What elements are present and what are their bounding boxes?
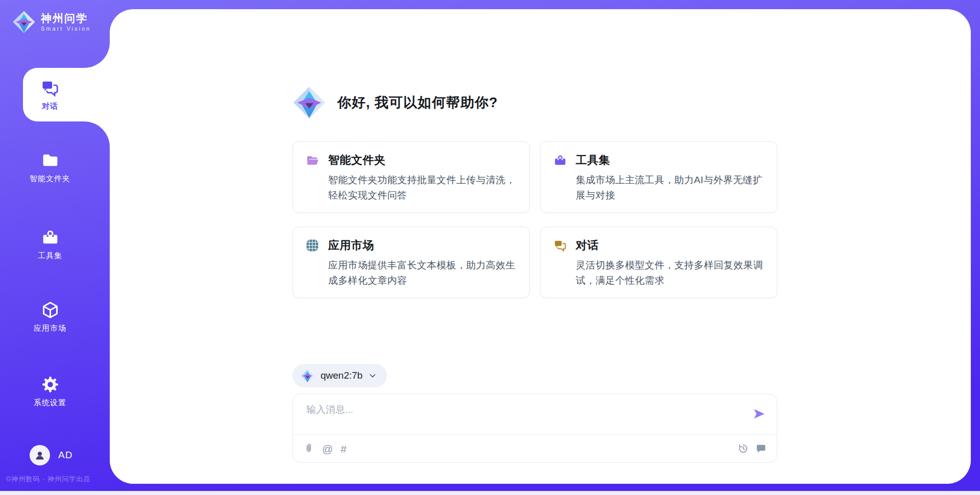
main-panel: 你好, 我可以如何帮助你? 智能文件夹 智能文件夹功能支持批量文件上传与清洗，轻… (110, 9, 971, 484)
chat-bubble-icon (755, 443, 767, 454)
sidebar-footer: ©神州数码 · 神州问学出品 (6, 475, 90, 484)
send-icon (752, 407, 766, 420)
greeting-text: 你好, 我可以如何帮助你? (337, 93, 498, 112)
grid-cube-icon (306, 239, 320, 253)
brand-tagline: Smart Vision (41, 26, 91, 32)
model-gem-icon (301, 369, 314, 383)
avatar (30, 445, 50, 465)
composer-toolbar: @ # (293, 435, 777, 462)
window-bottom-strip (0, 491, 980, 495)
app-root: { "brand": { "name": "神州问学", "tagline": … (0, 0, 980, 495)
hashtag-button[interactable]: # (340, 443, 347, 454)
card-chat[interactable]: 对话 灵活切换多模型文件，支持多样回复效果调试，满足个性化需求 (540, 227, 777, 298)
card-title: 对话 (576, 238, 599, 253)
sidebar-item-toolset[interactable]: 工具集 (0, 228, 100, 261)
cube-icon (41, 301, 60, 319)
person-icon (34, 449, 46, 461)
card-toolset[interactable]: 工具集 集成市场上主流工具，助力AI与外界无缝扩展与对接 (540, 141, 777, 213)
card-title: 工具集 (576, 153, 610, 168)
brand-name: 神州问学 (41, 12, 91, 24)
chat-icon (553, 239, 567, 253)
chat-icon (40, 79, 60, 98)
brand-logo: 神州问学 Smart Vision (12, 10, 91, 34)
gear-icon (41, 375, 60, 394)
chevron-down-icon (369, 372, 377, 380)
composer: @ # (292, 393, 777, 463)
send-button[interactable] (752, 407, 766, 420)
feature-cards: 智能文件夹 智能文件夹功能支持批量文件上传与清洗，轻松实现文件问答 工具集 集成… (292, 141, 777, 298)
model-name: qwen2:7b (321, 370, 362, 381)
card-description: 应用市场提供丰富长文本模板，助力高效生成多样化文章内容 (328, 258, 525, 288)
sidebar-item-label: 智能文件夹 (30, 174, 70, 184)
attach-button[interactable] (303, 443, 314, 454)
greeting-gem-icon (292, 86, 326, 119)
history-icon (738, 443, 749, 454)
sidebar-item-app-market[interactable]: 应用市场 (0, 301, 100, 333)
folder-icon (41, 151, 60, 170)
card-title: 应用市场 (328, 238, 374, 253)
sidebar-item-label: 工具集 (38, 251, 62, 261)
greeting: 你好, 我可以如何帮助你? (292, 86, 777, 119)
sidebar-item-label: 对话 (42, 102, 58, 111)
sidebar-item-smart-folder[interactable]: 智能文件夹 (0, 151, 100, 184)
card-app-market[interactable]: 应用市场 应用市场提供丰富长文本模板，助力高效生成多样化文章内容 (292, 227, 530, 298)
toolbox-icon (41, 228, 60, 247)
user-menu[interactable]: AD (30, 445, 72, 465)
hash-icon: # (340, 443, 347, 454)
toolbox-icon (553, 154, 567, 167)
card-description: 智能文件夹功能支持批量文件上传与清洗，轻松实现文件问答 (328, 172, 525, 203)
card-description: 集成市场上主流工具，助力AI与外界无缝扩展与对接 (576, 172, 772, 203)
folder-open-icon (306, 154, 320, 167)
at-icon: @ (322, 443, 333, 454)
paperclip-icon (303, 443, 314, 454)
mention-button[interactable]: @ (322, 443, 333, 454)
history-button[interactable] (738, 443, 749, 454)
card-smart-folder[interactable]: 智能文件夹 智能文件夹功能支持批量文件上传与清洗，轻松实现文件问答 (292, 141, 530, 213)
model-selector[interactable]: qwen2:7b (292, 364, 387, 387)
sidebar-item-label: 应用市场 (34, 324, 66, 333)
sidebar: 神州问学 Smart Vision 对话 智能文件夹 工具集 应用市场 系统设置… (0, 0, 110, 491)
brand-gem-icon (12, 10, 36, 34)
quick-chat-button[interactable] (755, 443, 767, 454)
user-initials: AD (58, 450, 72, 461)
sidebar-item-settings[interactable]: 系统设置 (0, 375, 100, 408)
sidebar-item-label: 系统设置 (34, 398, 66, 408)
card-title: 智能文件夹 (328, 153, 386, 168)
card-description: 灵活切换多模型文件，支持多样回复效果调试，满足个性化需求 (576, 258, 772, 288)
sidebar-item-chat[interactable]: 对话 (23, 68, 77, 121)
message-input[interactable] (306, 403, 745, 431)
